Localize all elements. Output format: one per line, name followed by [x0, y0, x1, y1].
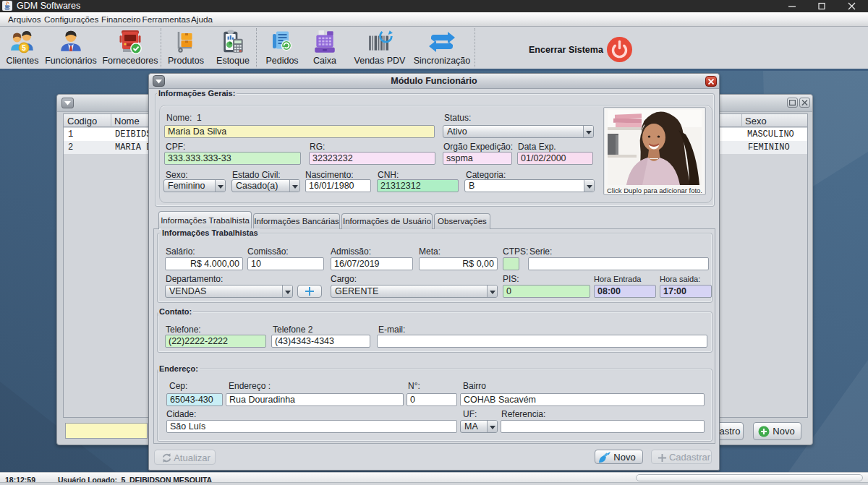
svg-text:5: 5 — [22, 44, 26, 52]
